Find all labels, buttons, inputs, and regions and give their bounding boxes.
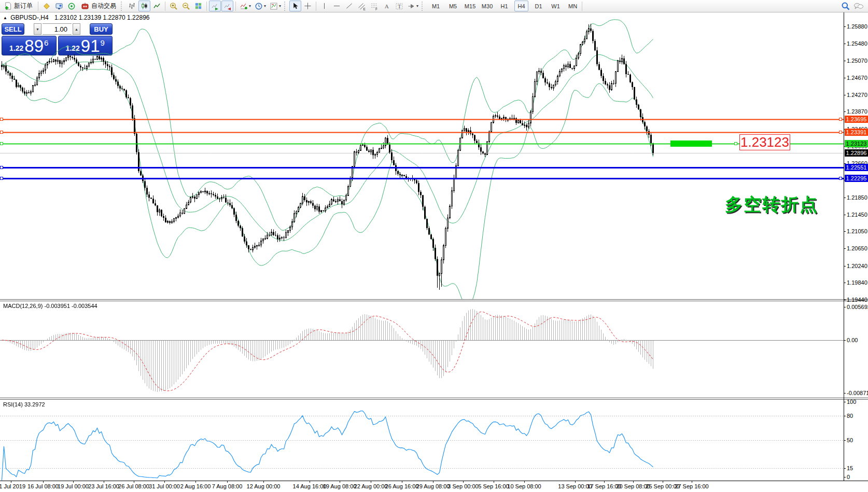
- price-tick-mark: [844, 44, 846, 44]
- rsi-tick-label: 50: [847, 437, 853, 443]
- line-chart-mode-button[interactable]: [151, 1, 163, 11]
- time-tick-label: 19 Jul 00:00: [58, 483, 89, 489]
- terminal-icon: [55, 2, 63, 10]
- time-tick-label: 26 Jul 08:00: [118, 483, 149, 489]
- zoom-in-icon: [170, 2, 178, 10]
- time-tick-mark: [134, 481, 134, 483]
- autotrading-button[interactable]: 自动交易: [78, 1, 119, 11]
- time-tick-label: 22 Aug 00:00: [354, 483, 388, 489]
- chart-shift-button[interactable]: [221, 1, 233, 11]
- chinese-note-text[interactable]: 多空转折点: [725, 193, 818, 217]
- toolbar: 新订单 自动交易: [0, 0, 868, 12]
- line-handle[interactable]: [0, 142, 3, 145]
- vertical-line-tool[interactable]: [318, 1, 330, 11]
- zoom-out-button[interactable]: [180, 1, 192, 11]
- signals-button[interactable]: [65, 1, 77, 11]
- crosshair-button[interactable]: [302, 1, 314, 11]
- price-axis-border: [844, 12, 844, 481]
- price-tick-mark: [844, 300, 846, 300]
- price-tick-mark: [844, 248, 846, 249]
- cursor-icon: [291, 2, 299, 10]
- macd-tick-mark: [844, 307, 846, 307]
- timeframe-button-m5[interactable]: M5: [446, 1, 460, 11]
- zoom-in-button[interactable]: [167, 1, 179, 11]
- line-handle[interactable]: [0, 166, 3, 169]
- timeframe-button-m30[interactable]: M30: [480, 1, 494, 11]
- time-tick-mark: [371, 481, 371, 483]
- separator: [582, 2, 582, 11]
- time-tick-label: 7 Aug 08:00: [212, 483, 243, 489]
- panel-separator[interactable]: [0, 398, 868, 398]
- template-icon: [270, 2, 278, 10]
- search-icon[interactable]: [841, 2, 850, 11]
- time-tick-mark: [524, 481, 525, 483]
- line-handle[interactable]: [734, 142, 737, 145]
- time-axis[interactable]: 11 Jul 201916 Jul 08:0019 Jul 00:0023 Ju…: [0, 481, 868, 492]
- time-tick-mark: [11, 481, 11, 483]
- profiles-button[interactable]: [40, 1, 52, 11]
- horizontal-line-tool[interactable]: [331, 1, 343, 11]
- separator: [235, 2, 236, 11]
- new-order-icon: [4, 2, 12, 10]
- price-tick-label: 1.19440: [847, 297, 867, 303]
- rsi-panel-canvas[interactable]: [0, 400, 844, 481]
- chat-icon[interactable]: [853, 2, 864, 10]
- time-tick-mark: [575, 481, 576, 483]
- price-tick-label: 1.20650: [847, 245, 867, 251]
- auto-scroll-button[interactable]: [209, 1, 221, 11]
- cursor-button[interactable]: [289, 1, 301, 11]
- price-line-label: 1.22551: [845, 164, 868, 171]
- new-order-button[interactable]: 新订单: [1, 1, 36, 11]
- price-tick-label: 1.24270: [847, 92, 867, 98]
- macd-tick-label: -0.008717: [847, 390, 868, 396]
- timeframe-button-w1[interactable]: W1: [549, 1, 563, 11]
- timeframe-button-h1[interactable]: H1: [497, 1, 511, 11]
- arrow-shape-icon: [407, 2, 415, 10]
- time-tick-mark: [463, 481, 464, 483]
- rsi-tick-label: 100: [847, 399, 856, 405]
- terminal-button[interactable]: [53, 1, 65, 11]
- periods-button[interactable]: ▾: [253, 1, 268, 11]
- price-annotation-box[interactable]: 1.23123: [739, 134, 790, 150]
- level-highlight-rect[interactable]: [670, 140, 712, 147]
- timeframe-button-m1[interactable]: M1: [429, 1, 443, 11]
- time-tick-mark: [104, 481, 104, 483]
- text-label-tool[interactable]: T: [393, 1, 405, 11]
- line-handle[interactable]: [0, 177, 3, 180]
- rsi-label: RSI(14) 33.2972: [3, 401, 45, 407]
- time-tick-mark: [604, 481, 605, 483]
- timeframe-button-d1[interactable]: D1: [531, 1, 545, 11]
- shapes-tool[interactable]: ▾: [405, 1, 420, 11]
- templates-button[interactable]: ▾: [268, 1, 283, 11]
- channel-tool[interactable]: E: [356, 1, 368, 11]
- line-handle[interactable]: [0, 118, 3, 121]
- line-handle[interactable]: [0, 131, 3, 134]
- chart-shift-icon: [223, 2, 232, 10]
- panel-separator[interactable]: [0, 299, 868, 300]
- timeframe-button-h4[interactable]: H4: [514, 1, 528, 11]
- price-tick-mark: [844, 95, 846, 95]
- trendline-tool[interactable]: [343, 1, 355, 11]
- price-tick-mark: [844, 111, 846, 112]
- line-handle[interactable]: [839, 177, 842, 180]
- price-chart-canvas[interactable]: [0, 12, 844, 299]
- time-tick-mark: [195, 481, 196, 483]
- current-price-label: 1.22896: [845, 149, 868, 157]
- indicators-button[interactable]: ▾: [238, 1, 253, 11]
- toolbar-grip: [422, 2, 425, 11]
- price-tick-label: 1.25480: [847, 40, 867, 47]
- fibonacci-tool[interactable]: F: [368, 1, 380, 11]
- macd-panel-canvas[interactable]: [0, 301, 844, 398]
- text-tool[interactable]: A: [381, 1, 393, 11]
- time-tick-mark: [263, 481, 264, 483]
- time-tick-mark: [310, 481, 310, 483]
- bar-chart-mode-button[interactable]: [126, 1, 138, 11]
- price-line-label: 1.23123: [845, 140, 868, 147]
- time-tick-mark: [692, 481, 692, 483]
- timeframe-button-mn[interactable]: MN: [566, 1, 580, 11]
- tile-windows-button[interactable]: [192, 1, 204, 11]
- line-handle[interactable]: [839, 131, 842, 134]
- candlestick-mode-button[interactable]: [138, 1, 150, 11]
- timeframe-button-m15[interactable]: M15: [463, 1, 477, 11]
- line-handle[interactable]: [839, 118, 842, 121]
